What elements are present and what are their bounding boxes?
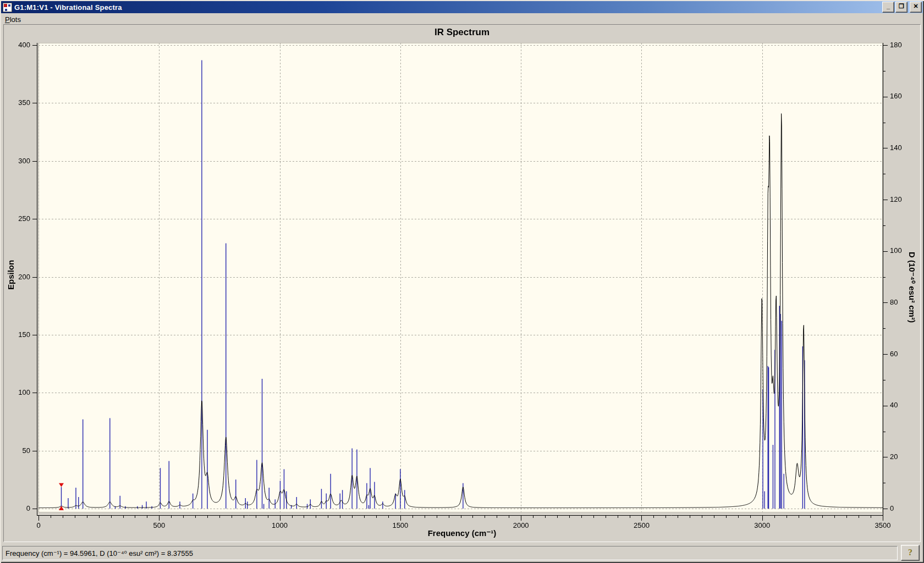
menu-item-plots[interactable]: Plots xyxy=(1,14,25,25)
menu-accel: P xyxy=(5,15,10,24)
menu-bar: Plots xyxy=(1,13,923,25)
title-bar[interactable]: G1:M1:V1 - Vibrational Spectra _ ❐ ✕ xyxy=(1,1,923,13)
help-button[interactable]: ? xyxy=(901,545,920,561)
y-axis-label-d: D (10⁻⁴⁰ esu² cm²) xyxy=(905,221,919,353)
vibrational-spectra-window: { "window": { "title": "G1:M1:V1 - Vibra… xyxy=(0,0,924,563)
app-icon xyxy=(3,3,12,12)
window-controls: _ ❐ ✕ xyxy=(882,2,923,13)
chart-panel: IR Spectrum Epsilon Frequency (cm⁻¹) D (… xyxy=(3,24,921,542)
window-title: G1:M1:V1 - Vibrational Spectra xyxy=(14,3,122,12)
y-axis-label-epsilon: Epsilon xyxy=(4,220,18,330)
ir-spectrum-chart[interactable] xyxy=(4,25,920,542)
close-button[interactable]: ✕ xyxy=(910,2,922,13)
menu-rest: lots xyxy=(10,15,21,24)
status-bar: Frequency (cm⁻¹) = 94.5961, D (10⁻⁴⁰ esu… xyxy=(1,543,923,562)
minimize-button[interactable]: _ xyxy=(882,2,894,13)
chart-title: IR Spectrum xyxy=(4,27,920,38)
restore-button[interactable]: ❐ xyxy=(895,2,908,13)
status-readout: Frequency (cm⁻¹) = 94.5961, D (10⁻⁴⁰ esu… xyxy=(2,546,898,560)
x-axis-label-frequency: Frequency (cm⁻¹) xyxy=(4,528,920,538)
